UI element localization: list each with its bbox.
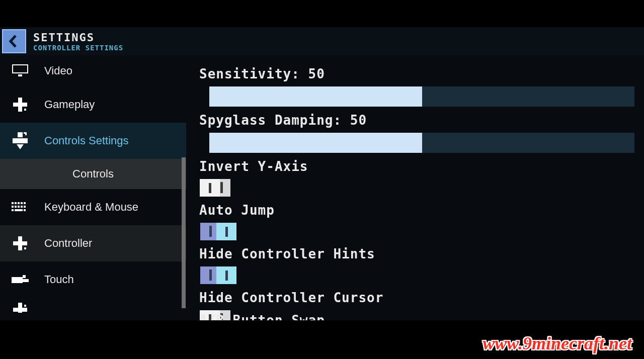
bottom-letterbox: www.9minecraft.net — [0, 320, 644, 359]
sidebar-scrollbar[interactable] — [182, 157, 186, 308]
svg-rect-13 — [18, 202, 20, 204]
svg-rect-19 — [21, 206, 23, 208]
page-subtitle: CONTROLLER SETTINGS — [33, 44, 123, 52]
sidebar-item-touch[interactable]: Touch — [0, 261, 186, 298]
sidebar-item-controller[interactable]: Controller — [0, 225, 186, 261]
svg-rect-6 — [18, 132, 23, 137]
svg-rect-12 — [15, 202, 17, 204]
sidebar-item-controls-settings[interactable]: Controls Settings — [0, 123, 186, 159]
back-button[interactable] — [2, 29, 26, 53]
sidebar-item-cut[interactable] — [0, 298, 186, 315]
hidehints-label: Hide Controller Hints — [199, 246, 631, 261]
svg-rect-28 — [23, 275, 26, 278]
chevron-left-icon — [9, 35, 20, 48]
spyglass-slider[interactable] — [209, 133, 634, 153]
hidehints-toggle[interactable] — [200, 266, 230, 284]
monitor-icon — [10, 61, 30, 81]
svg-rect-29 — [23, 279, 29, 282]
svg-rect-22 — [15, 209, 23, 211]
sensitivity-slider[interactable] — [209, 86, 634, 107]
svg-rect-31 — [13, 308, 27, 312]
svg-marker-10 — [17, 144, 24, 149]
dpad-plus-icon — [10, 95, 30, 115]
sidebar-item-label: Controls — [72, 167, 114, 181]
sidebar-item-label: Gameplay — [44, 98, 186, 111]
dpad-small-icon — [10, 233, 30, 253]
svg-rect-16 — [12, 206, 14, 208]
inverty-label: Invert Y-Axis — [199, 159, 631, 174]
hand-icon — [10, 270, 30, 290]
dpad-plus-icon — [10, 303, 30, 313]
svg-rect-4 — [13, 103, 27, 107]
autojump-toggle[interactable] — [200, 223, 230, 240]
svg-rect-1 — [13, 65, 27, 72]
svg-rect-20 — [24, 206, 26, 208]
sidebar-subitem-controls[interactable]: Controls — [0, 159, 186, 189]
svg-rect-8 — [25, 134, 27, 135]
sidebar: Video Gameplay Controls Settings Control… — [0, 55, 186, 320]
cutoff-setting-label: A/B Button Swap — [199, 313, 325, 320]
svg-rect-11 — [12, 202, 14, 204]
sidebar-item-label: Controls Settings — [44, 134, 186, 147]
sidebar-item-label: Controller — [44, 237, 186, 250]
svg-rect-2 — [18, 74, 22, 76]
spyglass-label: Spyglass Damping: 50 — [199, 113, 631, 128]
page-title: SETTINGS — [33, 31, 123, 44]
sidebar-item-label: Keyboard & Mouse — [44, 201, 186, 214]
svg-rect-25 — [13, 241, 27, 245]
autojump-label: Auto Jump — [199, 203, 631, 218]
svg-rect-9 — [13, 138, 28, 143]
watermark-text: www.9minecraft.net — [482, 333, 632, 354]
svg-rect-18 — [18, 206, 20, 208]
inverty-toggle[interactable] — [200, 179, 230, 197]
svg-rect-5 — [24, 109, 26, 111]
sidebar-item-gameplay[interactable]: Gameplay — [0, 86, 186, 123]
dpad-arrow-icon — [10, 131, 30, 151]
svg-rect-23 — [24, 209, 26, 211]
sensitivity-label: Sensitivity: 50 — [199, 66, 631, 81]
svg-rect-15 — [24, 202, 26, 204]
svg-rect-27 — [12, 277, 23, 283]
svg-rect-7 — [24, 132, 27, 134]
main-panel: Sensitivity: 50 Spyglass Damping: 50 Inv… — [186, 55, 644, 320]
svg-rect-26 — [24, 247, 26, 249]
svg-rect-21 — [12, 209, 14, 211]
keyboard-icon — [10, 197, 30, 217]
header-bar: SETTINGS CONTROLLER SETTINGS — [0, 27, 644, 55]
svg-rect-14 — [21, 202, 23, 204]
svg-rect-32 — [24, 305, 26, 307]
sidebar-item-video[interactable]: Video — [0, 55, 186, 86]
top-letterbox — [0, 0, 644, 27]
sidebar-item-label: Video — [44, 64, 186, 77]
hidecursor-label: Hide Controller Cursor — [199, 290, 631, 305]
svg-rect-17 — [15, 206, 17, 208]
sidebar-item-label: Touch — [44, 273, 186, 286]
sidebar-item-keyboard-mouse[interactable]: Keyboard & Mouse — [0, 189, 186, 225]
